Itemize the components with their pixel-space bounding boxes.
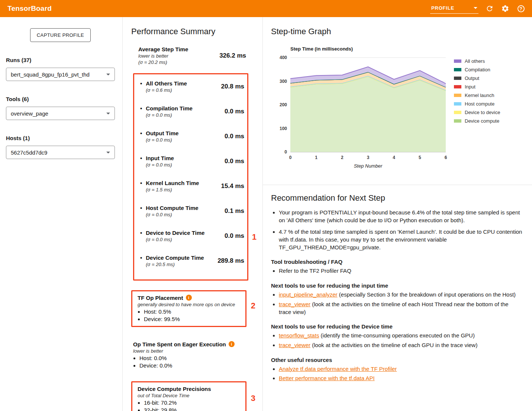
recommendation-title: Recommendation for Next Step <box>271 193 522 203</box>
refresh-icon[interactable] <box>485 4 494 13</box>
help-glyph: ? <box>518 5 525 12</box>
annotation-number-1: 1 <box>252 232 257 242</box>
dashboard-select-value: PROFILE <box>431 5 454 11</box>
runs-select[interactable]: bert_squad_8gpu_fp16_pvt_thd <box>6 68 115 81</box>
hosts-label: Hosts (1) <box>6 135 115 141</box>
metric-label: Kernel Launch Time <box>146 180 199 186</box>
metric-value: 20.8 ms <box>221 83 244 90</box>
legend-label: Compilation <box>465 67 490 72</box>
svg-text:100: 100 <box>280 126 287 131</box>
step-time-chart: 01002003004000123456Step Number <box>271 53 449 171</box>
legend-swatch <box>454 119 461 123</box>
annotation-number-3: 3 <box>251 394 255 403</box>
metric-label: Average Step Time <box>138 46 188 52</box>
sidebar: CAPTURE PROFILE Runs (37) bert_squad_8gp… <box>0 17 123 411</box>
runs-select-value: bert_squad_8gpu_fp16_pvt_thd <box>11 71 90 78</box>
legend-item: All others <box>454 58 500 64</box>
svg-text:6: 6 <box>445 155 447 160</box>
metric-sigma: (σ = 20.2 ms) <box>138 59 188 65</box>
metric-value: 0.0 ms <box>225 133 244 140</box>
svg-text:3: 3 <box>367 155 370 160</box>
trace-viewer-link[interactable]: trace_viewer <box>279 301 310 307</box>
svg-text:1: 1 <box>315 155 317 160</box>
eager-device-value: Device: 0.0% <box>139 362 262 369</box>
tools-select-value: overview_page <box>11 110 48 117</box>
tf-op-placement-note: generally desired to have more ops on de… <box>138 302 241 307</box>
svg-text:5: 5 <box>419 155 421 160</box>
legend-item: Compilation <box>454 67 500 72</box>
metric-sigma: (σ = 0.6 ms) <box>146 87 187 93</box>
capture-profile-button[interactable]: CAPTURE PROFILE <box>30 28 91 42</box>
settings-gear-icon[interactable] <box>501 4 510 13</box>
legend-item: Device to device <box>454 110 500 115</box>
tools-select[interactable]: overview_page <box>6 107 115 120</box>
metric-label: Output Time <box>146 130 178 136</box>
metric-sigma: (σ = 0.0 ms) <box>146 237 204 242</box>
legend-label: Device to device <box>465 110 500 115</box>
tool-item: tensorflow_stats (identify the time-cons… <box>279 332 522 340</box>
annotation-box-3: Device Compute Precisions out of Total D… <box>131 381 246 411</box>
metric-value: 326.2 ms <box>219 52 246 59</box>
metric-sigma: (σ = 20.5 ms) <box>146 262 204 267</box>
tf-op-host-value: Host: 0.5% <box>144 308 241 315</box>
tool-item-text: (identify the time-consuming operations … <box>319 332 475 339</box>
svg-text:200: 200 <box>280 102 287 107</box>
tool-item-text: (look at the activities on the timeline … <box>310 342 477 348</box>
input-tools-header: Next tools to use for reducing the input… <box>271 282 522 289</box>
tool-item: input_pipeline_analyzer (especially Sect… <box>279 291 522 299</box>
tool-item-text: (especially Section 3 for the breakdown … <box>338 291 516 298</box>
help-icon[interactable]: ? <box>516 4 525 13</box>
metric-row: Device to Device Time (σ = 0.0 ms) 0.0 m… <box>140 230 244 242</box>
chevron-down-icon <box>106 152 110 153</box>
performance-summary-panel: Performance Summary Average Step Time lo… <box>123 17 263 411</box>
hosts-select[interactable]: 5627c5dd7dc9 <box>6 146 115 159</box>
tf-op-device-value: Device: 99.5% <box>144 316 241 322</box>
metric-label: Host Compute Time <box>146 205 198 211</box>
legend-swatch <box>454 111 461 114</box>
legend-swatch <box>454 77 461 80</box>
legend-item: Host compute <box>454 101 500 107</box>
resource-item: Analyze tf.data performance with the TF … <box>279 365 522 373</box>
tensorflow-stats-link[interactable]: tensorflow_stats <box>279 332 319 339</box>
tool-item: trace_viewer (look at the activities on … <box>279 342 522 349</box>
precision-32bit-value: 32-bit: 29.8% <box>144 407 241 411</box>
legend-label: Kernel launch <box>465 93 494 98</box>
info-icon[interactable]: i <box>229 341 235 347</box>
metric-row: Device Compute Time (σ = 20.5 ms) 289.8 … <box>140 255 244 267</box>
eager-execution-section: Op Time Spent on Eager Executioni lower … <box>133 341 262 369</box>
metric-value: 289.8 ms <box>217 257 244 265</box>
metric-label: Device Compute Time <box>146 255 204 261</box>
precision-16bit-value: 16-bit: 70.2% <box>144 399 241 406</box>
tfdata-performance-link[interactable]: Analyze tf.data performance with the TF … <box>279 366 397 372</box>
chart-legend: All othersCompilationOutputInputKernel l… <box>454 58 500 124</box>
recommendation-bullet: Your program is POTENTIALLY input-bound … <box>279 209 522 224</box>
compute-precisions-note: out of Total Device Time <box>138 393 241 398</box>
svg-text:2: 2 <box>341 155 344 160</box>
faq-header: Tool troubleshooting / FAQ <box>271 259 522 265</box>
faq-item: Refer to the TF2 Profiler FAQ <box>279 267 522 275</box>
legend-item: Output <box>454 75 500 81</box>
svg-text:4: 4 <box>393 155 395 160</box>
svg-text:0: 0 <box>284 149 287 155</box>
resources-header: Other useful resources <box>271 357 522 363</box>
trace-viewer-link[interactable]: trace_viewer <box>279 342 310 348</box>
metric-row: All Others Time (σ = 0.6 ms) 20.8 ms <box>140 80 244 93</box>
input-pipeline-analyzer-link[interactable]: input_pipeline_analyzer <box>279 291 338 298</box>
svg-text:300: 300 <box>280 79 287 84</box>
metric-row: Input Time (σ = 0.0 ms) 0.0 ms <box>140 155 244 168</box>
metric-label: Input Time <box>146 155 174 161</box>
metric-sigma: (σ = 0.0 ms) <box>146 137 178 143</box>
tfdata-api-link[interactable]: Better performance with the tf.data API <box>279 375 375 381</box>
tf-op-placement-title: TF Op Placementi <box>138 295 241 301</box>
metric-value: 0.1 ms <box>225 207 244 215</box>
dashboard-select[interactable]: PROFILE <box>430 3 478 14</box>
hosts-select-value: 5627c5dd7dc9 <box>11 149 47 156</box>
legend-swatch <box>454 85 461 88</box>
eager-host-value: Host: 0.0% <box>139 355 262 361</box>
metric-label: Compilation Time <box>146 105 193 111</box>
annotation-box-1: All Others Time (σ = 0.6 ms) 20.8 ms Com… <box>133 73 248 281</box>
legend-label: Device compute <box>465 118 499 124</box>
legend-label: Input <box>465 84 475 90</box>
info-icon[interactable]: i <box>186 295 192 301</box>
legend-label: Output <box>465 75 479 81</box>
